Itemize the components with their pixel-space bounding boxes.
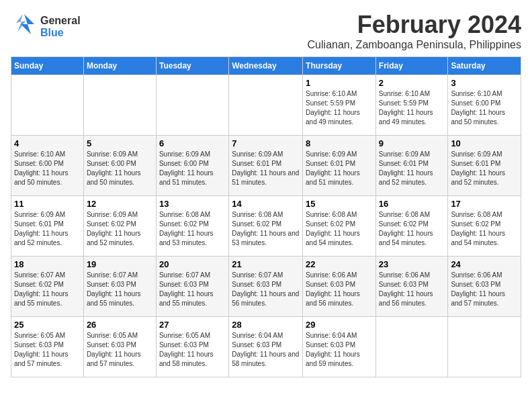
day-header-sunday: Sunday xyxy=(11,57,84,75)
day-info: Sunrise: 6:04 AMSunset: 6:03 PMDaylight:… xyxy=(306,331,373,369)
calendar-cell xyxy=(448,317,521,377)
calendar-cell: 3Sunrise: 6:10 AMSunset: 6:00 PMDaylight… xyxy=(448,75,521,136)
month-title: February 2024 xyxy=(308,11,521,39)
day-info: Sunrise: 6:08 AMSunset: 6:02 PMDaylight:… xyxy=(232,210,300,248)
day-info: Sunrise: 6:10 AMSunset: 6:00 PMDaylight:… xyxy=(14,150,81,187)
logo: General Blue xyxy=(11,11,81,42)
day-number: 24 xyxy=(451,259,518,269)
calendar-cell xyxy=(11,75,84,136)
calendar-cell: 1Sunrise: 6:10 AMSunset: 5:59 PMDaylight… xyxy=(303,75,376,136)
calendar-cell: 8Sunrise: 6:09 AMSunset: 6:01 PMDaylight… xyxy=(303,136,376,196)
day-info: Sunrise: 6:06 AMSunset: 6:03 PMDaylight:… xyxy=(379,271,445,308)
day-info: Sunrise: 6:09 AMSunset: 6:00 PMDaylight:… xyxy=(87,150,153,187)
logo-icon xyxy=(11,11,38,42)
calendar-cell: 16Sunrise: 6:08 AMSunset: 6:02 PMDayligh… xyxy=(375,196,448,257)
calendar-cell: 24Sunrise: 6:06 AMSunset: 6:03 PMDayligh… xyxy=(448,257,521,317)
day-info: Sunrise: 6:09 AMSunset: 6:00 PMDaylight:… xyxy=(159,150,226,187)
calendar-cell xyxy=(229,75,303,136)
day-info: Sunrise: 6:10 AMSunset: 5:59 PMDaylight:… xyxy=(306,89,373,127)
day-number: 22 xyxy=(306,259,373,269)
day-number: 2 xyxy=(379,78,445,88)
calendar-table: SundayMondayTuesdayWednesdayThursdayFrid… xyxy=(11,56,521,377)
calendar-cell: 14Sunrise: 6:08 AMSunset: 6:02 PMDayligh… xyxy=(229,196,303,257)
calendar-cell xyxy=(83,75,156,136)
day-number: 15 xyxy=(306,199,373,209)
calendar-week-row: 18Sunrise: 6:07 AMSunset: 6:02 PMDayligh… xyxy=(11,257,521,317)
day-info: Sunrise: 6:05 AMSunset: 6:03 PMDaylight:… xyxy=(14,331,81,369)
calendar-cell: 5Sunrise: 6:09 AMSunset: 6:00 PMDaylight… xyxy=(83,136,156,196)
logo-general: General xyxy=(40,15,81,27)
day-number: 12 xyxy=(87,199,153,209)
day-info: Sunrise: 6:09 AMSunset: 6:01 PMDaylight:… xyxy=(306,150,373,187)
day-number: 7 xyxy=(232,138,300,148)
day-info: Sunrise: 6:10 AMSunset: 5:59 PMDaylight:… xyxy=(379,89,445,127)
day-number: 29 xyxy=(306,320,373,330)
day-info: Sunrise: 6:09 AMSunset: 6:02 PMDaylight:… xyxy=(87,210,153,248)
day-number: 23 xyxy=(379,259,445,269)
day-number: 27 xyxy=(159,320,226,330)
calendar-cell: 9Sunrise: 6:09 AMSunset: 6:01 PMDaylight… xyxy=(375,136,448,196)
day-info: Sunrise: 6:07 AMSunset: 6:02 PMDaylight:… xyxy=(14,271,81,308)
day-number: 16 xyxy=(379,199,445,209)
day-number: 5 xyxy=(87,138,153,148)
calendar-cell: 19Sunrise: 6:07 AMSunset: 6:03 PMDayligh… xyxy=(83,257,156,317)
calendar-cell: 13Sunrise: 6:08 AMSunset: 6:02 PMDayligh… xyxy=(156,196,228,257)
day-info: Sunrise: 6:07 AMSunset: 6:03 PMDaylight:… xyxy=(232,271,300,308)
calendar-cell xyxy=(156,75,228,136)
location-title: Culianan, Zamboanga Peninsula, Philippin… xyxy=(308,39,521,51)
calendar-week-row: 25Sunrise: 6:05 AMSunset: 6:03 PMDayligh… xyxy=(11,317,521,377)
day-number: 28 xyxy=(232,320,300,330)
calendar-cell: 27Sunrise: 6:05 AMSunset: 6:03 PMDayligh… xyxy=(156,317,228,377)
day-info: Sunrise: 6:07 AMSunset: 6:03 PMDaylight:… xyxy=(87,271,153,308)
calendar-week-row: 11Sunrise: 6:09 AMSunset: 6:01 PMDayligh… xyxy=(11,196,521,257)
calendar-cell: 22Sunrise: 6:06 AMSunset: 6:03 PMDayligh… xyxy=(303,257,376,317)
calendar-cell: 11Sunrise: 6:09 AMSunset: 6:01 PMDayligh… xyxy=(11,196,84,257)
day-number: 18 xyxy=(14,259,81,269)
calendar-header-row: SundayMondayTuesdayWednesdayThursdayFrid… xyxy=(11,57,521,75)
calendar-week-row: 4Sunrise: 6:10 AMSunset: 6:00 PMDaylight… xyxy=(11,136,521,196)
calendar-cell: 6Sunrise: 6:09 AMSunset: 6:00 PMDaylight… xyxy=(156,136,228,196)
calendar-cell: 21Sunrise: 6:07 AMSunset: 6:03 PMDayligh… xyxy=(229,257,303,317)
day-header-friday: Friday xyxy=(375,57,448,75)
logo-blue: Blue xyxy=(40,27,81,39)
day-number: 17 xyxy=(451,199,518,209)
day-info: Sunrise: 6:09 AMSunset: 6:01 PMDaylight:… xyxy=(451,150,518,187)
calendar-cell: 20Sunrise: 6:07 AMSunset: 6:03 PMDayligh… xyxy=(156,257,228,317)
calendar-week-row: 1Sunrise: 6:10 AMSunset: 5:59 PMDaylight… xyxy=(11,75,521,136)
title-area: February 2024 Culianan, Zamboanga Penins… xyxy=(308,11,521,51)
day-number: 9 xyxy=(379,138,445,148)
day-info: Sunrise: 6:04 AMSunset: 6:03 PMDaylight:… xyxy=(232,331,300,369)
day-info: Sunrise: 6:09 AMSunset: 6:01 PMDaylight:… xyxy=(379,150,445,187)
day-number: 13 xyxy=(159,199,226,209)
day-header-saturday: Saturday xyxy=(448,57,521,75)
calendar-cell: 25Sunrise: 6:05 AMSunset: 6:03 PMDayligh… xyxy=(11,317,84,377)
day-info: Sunrise: 6:08 AMSunset: 6:02 PMDaylight:… xyxy=(306,210,373,248)
calendar-cell: 18Sunrise: 6:07 AMSunset: 6:02 PMDayligh… xyxy=(11,257,84,317)
day-info: Sunrise: 6:08 AMSunset: 6:02 PMDaylight:… xyxy=(451,210,518,248)
day-info: Sunrise: 6:08 AMSunset: 6:02 PMDaylight:… xyxy=(159,210,226,248)
day-number: 19 xyxy=(87,259,153,269)
day-header-monday: Monday xyxy=(83,57,156,75)
header: General Blue February 2024 Culianan, Zam… xyxy=(11,11,521,51)
day-info: Sunrise: 6:09 AMSunset: 6:01 PMDaylight:… xyxy=(232,150,300,187)
day-info: Sunrise: 6:05 AMSunset: 6:03 PMDaylight:… xyxy=(159,331,226,369)
day-info: Sunrise: 6:05 AMSunset: 6:03 PMDaylight:… xyxy=(87,331,153,369)
day-info: Sunrise: 6:07 AMSunset: 6:03 PMDaylight:… xyxy=(159,271,226,308)
calendar-cell: 29Sunrise: 6:04 AMSunset: 6:03 PMDayligh… xyxy=(303,317,376,377)
calendar-cell: 28Sunrise: 6:04 AMSunset: 6:03 PMDayligh… xyxy=(229,317,303,377)
calendar-cell: 17Sunrise: 6:08 AMSunset: 6:02 PMDayligh… xyxy=(448,196,521,257)
calendar-cell: 26Sunrise: 6:05 AMSunset: 6:03 PMDayligh… xyxy=(83,317,156,377)
day-number: 11 xyxy=(14,199,81,209)
day-number: 10 xyxy=(451,138,518,148)
day-number: 14 xyxy=(232,199,300,209)
day-info: Sunrise: 6:10 AMSunset: 6:00 PMDaylight:… xyxy=(451,89,518,127)
day-number: 8 xyxy=(306,138,373,148)
day-number: 21 xyxy=(232,259,300,269)
day-number: 1 xyxy=(306,78,373,88)
calendar-cell: 23Sunrise: 6:06 AMSunset: 6:03 PMDayligh… xyxy=(375,257,448,317)
svg-marker-1 xyxy=(16,14,26,32)
day-header-wednesday: Wednesday xyxy=(229,57,303,75)
calendar-cell: 4Sunrise: 6:10 AMSunset: 6:00 PMDaylight… xyxy=(11,136,84,196)
calendar-cell: 15Sunrise: 6:08 AMSunset: 6:02 PMDayligh… xyxy=(303,196,376,257)
day-info: Sunrise: 6:09 AMSunset: 6:01 PMDaylight:… xyxy=(14,210,81,248)
